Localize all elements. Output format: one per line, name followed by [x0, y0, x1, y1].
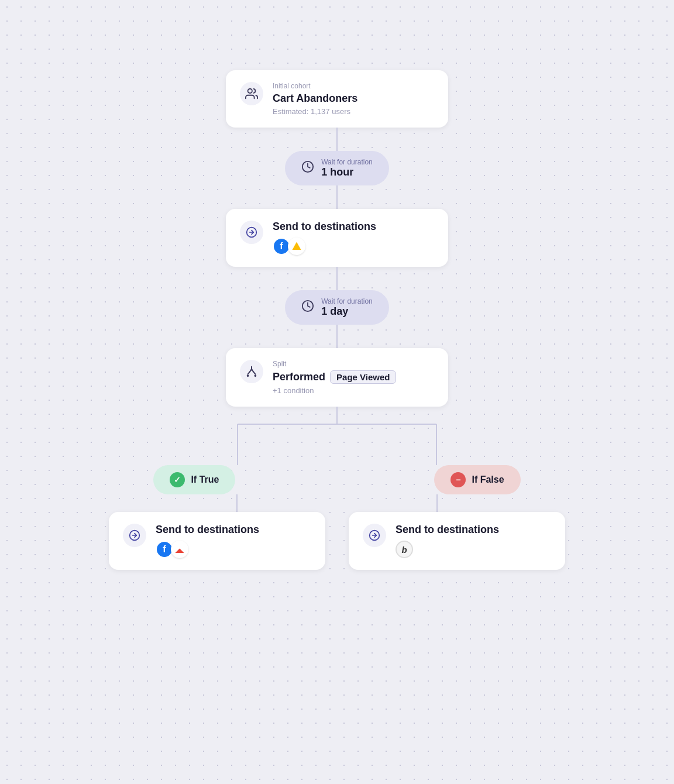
send-right-icons: b	[396, 541, 499, 558]
flow-container: Initial cohort Cart Abandoners Estimated…	[0, 70, 674, 570]
bottom-cards-row: Send to destinations f	[0, 512, 674, 570]
split-title-row: Performed Page Viewed	[273, 370, 396, 384]
split-content: Split Performed Page Viewed +1 condition	[273, 360, 396, 395]
send-left-icons: f	[156, 541, 259, 558]
wait-1-value: 1 hour	[321, 166, 373, 178]
send-1-title: Send to destinations	[273, 221, 376, 233]
google-ads-icon-1	[288, 238, 305, 255]
connector-2	[336, 185, 338, 209]
send-right-content: Send to destinations b	[396, 524, 499, 558]
connector-1	[336, 128, 338, 151]
cohort-title: Cart Abandoners	[273, 92, 357, 105]
send-destinations-1-card[interactable]: Send to destinations f	[226, 209, 448, 267]
clock-icon-1	[301, 160, 314, 176]
connector-left	[236, 494, 238, 512]
split-label: Split	[273, 360, 396, 368]
send-right-title: Send to destinations	[396, 524, 499, 536]
split-card[interactable]: Split Performed Page Viewed +1 condition	[226, 348, 448, 407]
svg-point-0	[248, 89, 252, 93]
google-ads-icon-left	[171, 541, 188, 558]
send-icon-right	[363, 524, 386, 547]
connector-row-2	[132, 494, 542, 512]
branch-curves	[132, 407, 542, 465]
false-icon: −	[451, 472, 466, 487]
svg-point-8	[247, 375, 249, 377]
send-icon-1	[240, 221, 263, 244]
condition-row: ✓ If True − If False	[132, 465, 542, 494]
send-left-title: Send to destinations	[156, 524, 259, 536]
clock-icon-2	[301, 300, 314, 315]
wait-1-node[interactable]: Wait for duration 1 hour	[285, 151, 389, 185]
wait-1-label: Wait for duration	[321, 158, 373, 166]
cohort-content: Initial cohort Cart Abandoners Estimated…	[273, 82, 357, 116]
send-1-icons: f	[273, 238, 376, 255]
wait-2-label: Wait for duration	[321, 297, 373, 305]
send-destinations-right-card[interactable]: Send to destinations b	[349, 512, 565, 570]
connector-right	[436, 494, 438, 512]
svg-point-10	[251, 369, 253, 370]
cohort-icon	[240, 82, 263, 105]
if-false-badge[interactable]: − If False	[434, 465, 520, 494]
if-true-badge[interactable]: ✓ If True	[153, 465, 235, 494]
split-badge: Page Viewed	[330, 370, 396, 384]
split-extra: +1 condition	[273, 386, 396, 395]
if-true-label: If True	[191, 474, 219, 485]
cohort-label: Initial cohort	[273, 82, 357, 90]
svg-point-9	[255, 375, 257, 377]
split-performed: Performed	[273, 371, 325, 383]
cohort-subtitle: Estimated: 1,137 users	[273, 107, 357, 116]
wait-2-node[interactable]: Wait for duration 1 day	[285, 290, 389, 325]
braze-icon-right: b	[396, 541, 413, 558]
split-icon	[240, 360, 263, 383]
send-left-content: Send to destinations f	[156, 524, 259, 558]
send-1-content: Send to destinations f	[273, 221, 376, 255]
initial-cohort-card[interactable]: Initial cohort Cart Abandoners Estimated…	[226, 70, 448, 128]
send-icon-left	[123, 524, 146, 547]
wait-2-value: 1 day	[321, 305, 373, 318]
if-false-label: If False	[472, 474, 504, 485]
true-icon: ✓	[170, 472, 185, 487]
connector-4	[336, 325, 338, 348]
connector-3	[336, 267, 338, 290]
send-destinations-left-card[interactable]: Send to destinations f	[109, 512, 325, 570]
